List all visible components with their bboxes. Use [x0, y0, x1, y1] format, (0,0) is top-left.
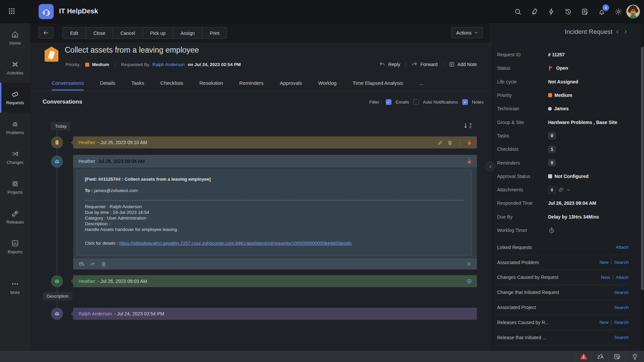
priority-value[interactable]: Medium: [92, 62, 109, 67]
sidebar-item-activities[interactable]: Activities: [0, 53, 30, 83]
search-link[interactable]: Search: [614, 305, 629, 310]
sort-icon[interactable]: AZ: [464, 123, 472, 129]
sent-time: - Jul 26, 2023 09:03 AM: [98, 279, 147, 284]
tab-time-elapsed[interactable]: Time Elapsed Analysis: [353, 75, 403, 90]
tab-details[interactable]: Details: [100, 75, 115, 90]
search-link[interactable]: Search: [614, 335, 629, 340]
page-scrollbar[interactable]: [641, 23, 644, 351]
sidebar-item-problems[interactable]: Problems: [0, 113, 30, 142]
notes-checkbox[interactable]: [462, 99, 468, 105]
email-author[interactable]: Heather: [78, 159, 95, 164]
paperclip-icon[interactable]: [558, 187, 564, 193]
reply-button[interactable]: Reply: [379, 61, 400, 67]
emails-checkbox[interactable]: [386, 99, 391, 105]
request-details-link[interactable]: https://sdpodgayathri.gayathri-7257.csez…: [119, 241, 352, 246]
search-link[interactable]: Search: [614, 290, 629, 295]
settings-gear-icon[interactable]: [614, 8, 623, 16]
reply-mail-icon[interactable]: [78, 261, 85, 267]
description-author[interactable]: Ralph Anderson: [78, 311, 112, 316]
delete-trash-icon[interactable]: [447, 140, 453, 145]
responded-time-row: Responded Time Jul 26, 2023 09:04 AM: [497, 196, 629, 210]
pickup-button[interactable]: Pick up: [143, 27, 173, 39]
sidebar-item-reports[interactable]: Reports: [0, 232, 30, 262]
history-icon[interactable]: [564, 8, 572, 16]
tab-worklog[interactable]: Worklog: [318, 75, 337, 90]
details-label: Click for details :: [85, 241, 118, 246]
lock-icon[interactable]: [467, 159, 472, 164]
tasks-count-badge[interactable]: 0: [548, 132, 556, 139]
zia-assistant-icon[interactable]: [592, 351, 608, 362]
delete-trash-icon[interactable]: [101, 261, 107, 267]
tab-more[interactable]: ...: [419, 75, 424, 90]
note-author[interactable]: Heather: [78, 140, 95, 145]
priority-row: Priority Medium: [497, 88, 629, 102]
conversation-sent-row[interactable]: Heather - Jul 26, 2023 09:03 AM: [73, 275, 477, 287]
tab-reminders[interactable]: Reminders: [239, 75, 264, 90]
tab-approvals[interactable]: Approvals: [280, 75, 302, 90]
sidebar-item-label: Activities: [7, 71, 23, 75]
attachments-count-badge[interactable]: 0: [548, 186, 556, 193]
tab-conversations[interactable]: Conversations: [52, 75, 84, 90]
technician-value[interactable]: James: [548, 106, 569, 111]
alerts-warning-icon[interactable]: [575, 351, 592, 362]
attach-link[interactable]: Attach: [616, 275, 629, 280]
actions-dropdown[interactable]: Actions: [451, 27, 483, 38]
priority-panel-value[interactable]: Medium: [548, 93, 572, 98]
sent-author[interactable]: Heather: [78, 279, 95, 284]
reminders-count-badge[interactable]: 0: [548, 159, 556, 166]
back-button[interactable]: [38, 27, 54, 39]
request-properties-panel: Incident Request Request ID # 11257 Stat…: [490, 23, 641, 351]
previous-request-icon[interactable]: [614, 29, 621, 35]
sidebar-item-releases[interactable]: Releases: [0, 202, 30, 232]
requester-link[interactable]: Ralph Anderson: [152, 62, 184, 67]
checklists-count-badge[interactable]: 1: [548, 146, 556, 153]
print-button[interactable]: Print: [202, 27, 227, 39]
sidebar-item-home[interactable]: Home: [0, 23, 30, 53]
next-request-icon[interactable]: [623, 29, 629, 35]
sidebar-item-projects[interactable]: Projects: [0, 172, 30, 202]
lock-icon[interactable]: [467, 140, 472, 145]
auto-notifications-checkbox[interactable]: [413, 99, 419, 105]
stopwatch-icon[interactable]: [548, 227, 555, 234]
add-request-icon[interactable]: [531, 8, 539, 16]
tab-resolution[interactable]: Resolution: [199, 75, 223, 90]
scrollbar-thumb[interactable]: [641, 47, 644, 290]
sidebar-item-requests[interactable]: Requests: [0, 83, 30, 113]
globe-icon[interactable]: [466, 278, 472, 284]
cancel-button[interactable]: Cancel: [113, 27, 143, 39]
search-link[interactable]: Search: [614, 260, 629, 265]
forward-arrow-icon[interactable]: [90, 261, 96, 267]
edit-button[interactable]: Edit: [63, 27, 86, 39]
notifications-bell-icon[interactable]: 6: [598, 8, 606, 16]
assign-button[interactable]: Assign: [173, 27, 202, 39]
status-value[interactable]: Open: [548, 65, 568, 71]
add-note-button[interactable]: Add Note: [449, 61, 477, 67]
conversation-description-row[interactable]: Ralph Anderson - Jul 24, 2023 02:54 PM: [73, 308, 477, 320]
helpdesk-logo-icon[interactable]: [39, 4, 54, 19]
apps-grid-icon[interactable]: [8, 7, 15, 15]
close-button[interactable]: Close: [86, 27, 113, 39]
email-header[interactable]: Heather - Jul 26, 2023 09:04 AM: [73, 155, 477, 168]
new-link[interactable]: New: [599, 320, 608, 325]
search-icon[interactable]: [514, 8, 522, 16]
close-icon[interactable]: [467, 261, 472, 266]
attach-link[interactable]: Attach: [616, 245, 629, 250]
edit-pencil-icon[interactable]: [437, 140, 443, 145]
approvals-note-icon[interactable]: [581, 8, 589, 16]
feedback-edit-icon[interactable]: [608, 351, 625, 362]
email-divider: [85, 200, 463, 200]
new-link[interactable]: New: [599, 260, 608, 265]
sidebar-item-more[interactable]: More: [0, 273, 30, 302]
tab-checklists[interactable]: Checklists: [160, 75, 183, 90]
panel-collapse-button[interactable]: [485, 162, 495, 171]
lightning-icon[interactable]: [547, 8, 555, 16]
conversation-note-row[interactable]: Heather - Jul 26, 2023 09:10 AM: [73, 136, 477, 148]
sidebar-item-changes[interactable]: Changes: [0, 142, 30, 172]
chevron-down-icon[interactable]: [567, 188, 570, 192]
user-avatar[interactable]: [626, 5, 640, 18]
new-link[interactable]: New: [601, 275, 610, 280]
theme-bulb-icon[interactable]: [625, 351, 644, 362]
forward-button[interactable]: Forward: [411, 61, 437, 67]
search-link[interactable]: Search: [614, 320, 629, 325]
tab-tasks[interactable]: Tasks: [131, 75, 144, 90]
